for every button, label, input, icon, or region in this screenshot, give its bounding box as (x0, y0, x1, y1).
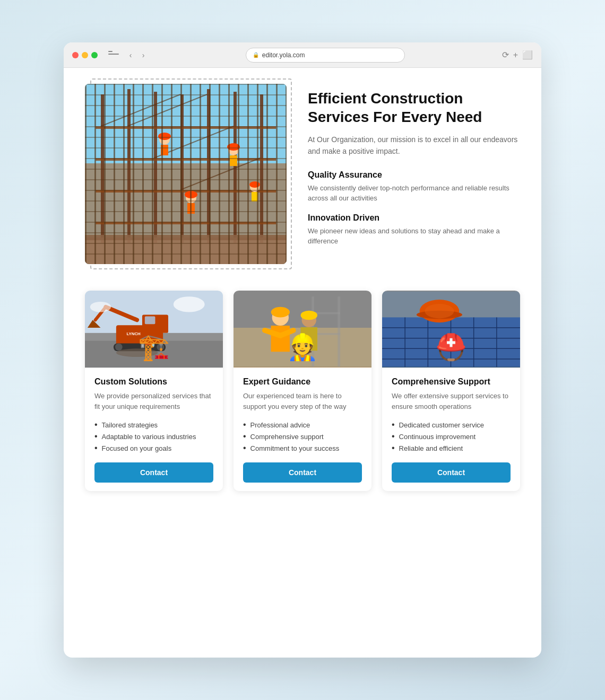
feature-innovation: Innovation Driven We pioneer new ideas a… (308, 213, 520, 247)
hero-title: Efficient Construction Services For Ever… (308, 89, 520, 126)
address-bar-container: 🔒 editor.yola.com (155, 48, 496, 63)
svg-rect-49 (338, 296, 340, 366)
svg-point-57 (301, 311, 317, 320)
svg-point-26 (250, 182, 260, 192)
svg-point-23 (186, 192, 196, 203)
browser-actions: ⟳ + ⬜ (502, 50, 533, 60)
svg-line-16 (180, 158, 260, 190)
address-bar[interactable]: 🔒 editor.yola.com (246, 48, 405, 63)
svg-rect-30 (85, 235, 287, 240)
list-item: Tailored strategies (94, 419, 213, 431)
card-workers-image (234, 291, 371, 368)
svg-rect-3 (127, 89, 131, 243)
contact-button-1[interactable]: Contact (94, 462, 213, 483)
card-custom-desc: We provide personalized services that fi… (94, 391, 213, 412)
list-item: Dedicated customer service (392, 419, 511, 431)
svg-point-43 (174, 296, 205, 312)
feature-innovation-title: Innovation Driven (308, 213, 520, 223)
svg-point-41 (157, 343, 164, 351)
list-item: Adaptable to various industries (94, 431, 213, 442)
svg-rect-27 (252, 192, 258, 202)
svg-rect-6 (207, 89, 210, 243)
back-button[interactable]: ‹ (125, 50, 136, 60)
card-expert-list: Professional advice Comprehensive suppor… (243, 419, 362, 454)
minimize-button[interactable] (82, 52, 88, 58)
card-comprehensive-title: Comprehensive Support (392, 377, 511, 387)
svg-rect-10 (96, 158, 276, 161)
svg-rect-29 (85, 238, 287, 264)
hero-image-wrapper (85, 84, 287, 264)
card-comprehensive-list: Dedicated customer service Continuous im… (392, 419, 511, 454)
extensions-icon[interactable]: ⬜ (522, 50, 533, 60)
forward-button[interactable]: › (138, 50, 149, 60)
feature-quality: Quality Assurance We consistently delive… (308, 170, 520, 204)
svg-rect-1 (85, 163, 287, 264)
list-item: Focused on your goals (94, 442, 213, 454)
svg-point-53 (271, 307, 290, 318)
svg-point-75 (425, 304, 454, 318)
card-custom-solutions: LYNCH Custom Solutions We provide person… (85, 291, 223, 491)
card-comprehensive: Comprehensive Support We offer extensive… (382, 291, 520, 491)
svg-point-17 (159, 134, 170, 145)
card-custom-body: Custom Solutions We provide personalized… (85, 368, 223, 491)
card-expert-guidance: Expert Guidance Our experienced team is … (234, 291, 371, 491)
hero-section: Efficient Construction Services For Ever… (85, 84, 520, 264)
list-item: Continuous improvement (392, 431, 511, 442)
card-custom-list: Tailored strategies Adaptable to various… (94, 419, 213, 454)
svg-rect-7 (234, 92, 237, 243)
svg-rect-33 (85, 341, 223, 367)
feature-quality-desc: We consistently deliver top-notch perfor… (308, 183, 520, 204)
list-item: Comprehensive support (243, 431, 362, 442)
page-content: Efficient Construction Services For Ever… (64, 68, 541, 549)
card-custom-title: Custom Solutions (94, 377, 213, 387)
svg-point-28 (249, 181, 260, 188)
svg-point-25 (185, 191, 197, 198)
svg-rect-0 (85, 84, 287, 264)
list-item: Reliable and efficient (392, 442, 511, 454)
svg-rect-5 (180, 94, 184, 243)
svg-point-20 (228, 145, 239, 155)
card-expert-desc: Our experienced team is here to support … (243, 391, 362, 412)
svg-point-44 (90, 302, 111, 312)
close-button[interactable] (72, 52, 79, 58)
svg-rect-9 (96, 126, 276, 129)
svg-rect-21 (230, 155, 237, 166)
svg-point-22 (227, 143, 240, 151)
list-item: Commitment to your success (243, 442, 362, 454)
svg-point-40 (115, 343, 123, 351)
feature-innovation-desc: We pioneer new ideas and solutions to st… (308, 226, 520, 247)
svg-rect-8 (260, 94, 263, 243)
card-comprehensive-desc: We offer extensive support services to e… (392, 391, 511, 412)
svg-rect-11 (96, 190, 276, 192)
card-solar-image (382, 291, 520, 368)
maximize-button[interactable] (91, 52, 98, 58)
new-tab-icon[interactable]: + (513, 50, 518, 60)
svg-rect-12 (96, 222, 276, 224)
svg-point-42 (116, 348, 158, 357)
url-text: editor.yola.com (262, 51, 305, 59)
list-item: Professional advice (243, 419, 362, 431)
svg-text:LYNCH: LYNCH (126, 331, 141, 336)
card-expert-title: Expert Guidance (243, 377, 362, 387)
svg-line-14 (127, 94, 207, 126)
card-expert-body: Expert Guidance Our experienced team is … (234, 368, 371, 491)
svg-rect-59 (301, 327, 317, 351)
svg-rect-2 (101, 94, 104, 243)
svg-rect-51 (312, 333, 340, 335)
svg-rect-36 (145, 316, 155, 324)
svg-rect-47 (234, 328, 371, 367)
cards-section: LYNCH Custom Solutions We provide person… (85, 291, 520, 491)
contact-button-3[interactable]: Contact (392, 462, 511, 483)
hero-image (85, 84, 287, 264)
svg-rect-55 (271, 326, 290, 352)
share-icon[interactable]: ⟳ (502, 50, 509, 60)
hero-text: Efficient Construction Services For Ever… (308, 84, 520, 256)
card-comprehensive-body: Comprehensive Support We offer extensive… (382, 368, 520, 491)
bottom-space (85, 491, 520, 523)
svg-line-13 (101, 94, 180, 126)
lock-icon: 🔒 (253, 52, 259, 58)
feature-quality-title: Quality Assurance (308, 170, 520, 180)
svg-rect-24 (187, 203, 195, 214)
sidebar-toggle-icon[interactable] (108, 51, 119, 59)
contact-button-2[interactable]: Contact (243, 462, 362, 483)
